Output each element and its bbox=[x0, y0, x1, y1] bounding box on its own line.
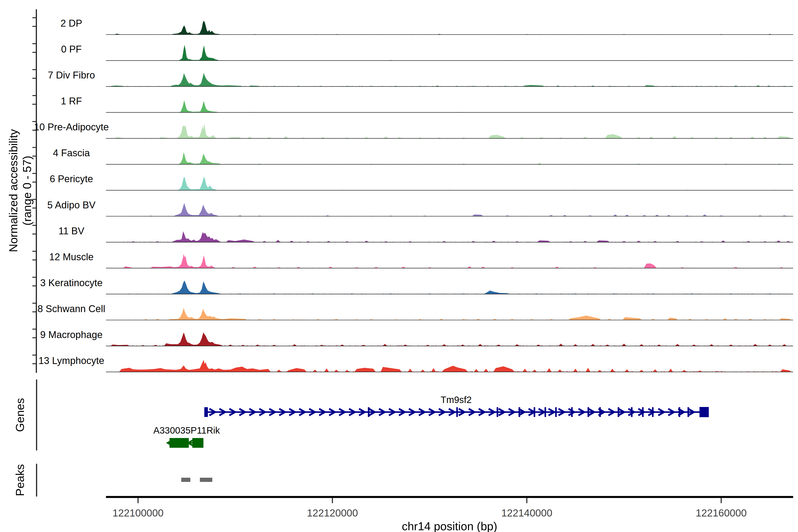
track-label: 1 RF bbox=[61, 96, 82, 107]
gene-end-exon bbox=[700, 407, 709, 417]
track-signal bbox=[177, 176, 777, 190]
gene-exon bbox=[519, 407, 520, 417]
gene-exon bbox=[571, 407, 573, 417]
peak-region bbox=[181, 478, 190, 482]
gene-exon bbox=[555, 407, 557, 417]
track-signal bbox=[123, 253, 784, 268]
track-label: 2 DP bbox=[60, 18, 82, 28]
track-signal bbox=[148, 203, 787, 216]
tracks-layer: 2 DP0 PF7 Div Fibro1 RF10 Pre-Adipocyte4… bbox=[34, 18, 793, 372]
track-row: 2 DP bbox=[60, 18, 793, 35]
gene-exon bbox=[618, 407, 619, 417]
peaks-section-label: Peaks bbox=[14, 464, 26, 496]
track-row: 3 Keratinocyte bbox=[40, 277, 793, 294]
track-label: 5 Adipo BV bbox=[47, 200, 96, 210]
gene-model: Tm9sf2 bbox=[204, 395, 709, 417]
track-row: 11 BV bbox=[58, 225, 793, 242]
gene-exon bbox=[588, 407, 589, 417]
genes-layer: Tm9sf2A330035P11Rik bbox=[153, 395, 709, 448]
track-label: 7 Div Fibro bbox=[48, 70, 95, 80]
track-row: 0 PF bbox=[61, 44, 793, 60]
track-label: 4 Fascia bbox=[53, 147, 90, 158]
track-label: 13 Lymphocyte bbox=[39, 355, 104, 366]
track-label: 3 Keratinocyte bbox=[40, 277, 102, 288]
x-tick-label: 122140000 bbox=[501, 507, 552, 519]
gene-exon bbox=[497, 407, 498, 417]
track-label: 9 Macrophage bbox=[40, 329, 102, 340]
track-row: 6 Pericyte bbox=[50, 173, 793, 190]
figure-svg: Normalized accessibility (range 0 - 57) … bbox=[0, 0, 798, 532]
track-row: 10 Pre-Adipocyte bbox=[34, 121, 793, 138]
y-axis-title-line1: Normalized accessibility bbox=[7, 129, 20, 252]
gene-exon bbox=[170, 438, 189, 448]
track-label: 0 PF bbox=[61, 44, 82, 55]
track-label: 10 Pre-Adipocyte bbox=[34, 121, 109, 132]
x-axis-title: chr14 position (bp) bbox=[402, 520, 497, 532]
gene-exon bbox=[688, 407, 689, 417]
x-axis: 122100000122120000122140000122160000 bbox=[106, 497, 793, 519]
track-row: 13 Lymphocyte bbox=[39, 355, 793, 372]
track-signal bbox=[119, 360, 792, 372]
gene-exon bbox=[534, 407, 535, 417]
gene-exon bbox=[642, 407, 644, 417]
gene-exon bbox=[600, 407, 601, 417]
track-row: 8 Schwann Cell bbox=[37, 303, 793, 320]
x-tick-label: 122120000 bbox=[307, 507, 358, 519]
coverage-plot-figure: Normalized accessibility (range 0 - 57) … bbox=[0, 0, 798, 532]
track-signal bbox=[177, 45, 753, 60]
track-label: 12 Muscle bbox=[49, 251, 94, 262]
genes-section-label: Genes bbox=[14, 398, 26, 432]
gene-exon bbox=[652, 407, 654, 417]
track-signal bbox=[114, 124, 791, 138]
track-signal bbox=[114, 21, 772, 35]
gene-exon bbox=[192, 438, 204, 448]
track-row: 12 Muscle bbox=[49, 251, 793, 268]
gene-exon bbox=[679, 407, 680, 417]
track-signal bbox=[178, 100, 704, 113]
gene-exon bbox=[631, 407, 633, 417]
gene-exon bbox=[456, 407, 458, 417]
track-row: 9 Macrophage bbox=[40, 329, 793, 346]
track-row: 4 Fascia bbox=[53, 147, 793, 164]
peak-region bbox=[200, 478, 212, 482]
track-signal bbox=[144, 308, 792, 320]
track-row: 5 Adipo BV bbox=[47, 200, 793, 216]
gene-exon bbox=[545, 407, 546, 417]
track-signal bbox=[171, 280, 772, 294]
gene-model: A330035P11Rik bbox=[153, 425, 220, 448]
track-label: 8 Schwann Cell bbox=[37, 303, 105, 314]
track-signal bbox=[109, 73, 787, 87]
gene-exon bbox=[368, 407, 369, 417]
x-tick-label: 122100000 bbox=[113, 507, 164, 519]
track-signal bbox=[178, 152, 782, 165]
peaks-layer bbox=[181, 478, 212, 482]
track-signal bbox=[131, 231, 791, 242]
gene-label: Tm9sf2 bbox=[441, 395, 472, 405]
track-label: 6 Pericyte bbox=[50, 173, 93, 184]
track-signal bbox=[110, 332, 787, 346]
gene-label: A330035P11Rik bbox=[153, 425, 220, 436]
gene-start-exon bbox=[204, 407, 208, 417]
track-row: 7 Div Fibro bbox=[48, 70, 793, 87]
y-axis-title-line2: (range 0 - 57) bbox=[21, 156, 34, 225]
track-row: 1 RF bbox=[61, 96, 793, 112]
x-tick-label: 122160000 bbox=[696, 507, 746, 519]
track-label: 11 BV bbox=[58, 225, 84, 236]
